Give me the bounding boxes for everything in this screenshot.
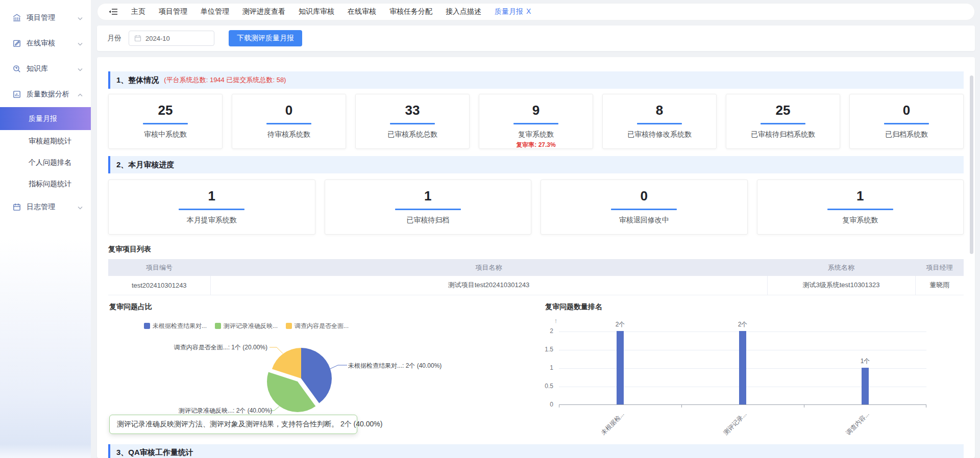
stat-underline <box>761 123 806 124</box>
stat-underline <box>637 123 682 124</box>
chevron-down-icon <box>78 203 83 211</box>
chevron-down-icon <box>78 39 83 47</box>
vertical-scrollbar[interactable] <box>970 75 973 254</box>
legend-item[interactable]: 未根据检查结果对... <box>144 322 207 330</box>
section-title: 1、整体情况 <box>116 75 159 85</box>
legend-label: 未根据检查结果对... <box>153 322 207 330</box>
tab-close-icon[interactable]: X <box>526 7 531 15</box>
submenu-item-indicator-issue-stats[interactable]: 指标问题统计 <box>0 173 91 194</box>
tab-access-point[interactable]: 接入点描述 <box>446 7 481 16</box>
bank-icon <box>12 13 21 22</box>
sidebar-item-project-mgmt[interactable]: 项目管理 <box>0 5 91 31</box>
tab-quality-report-label: 质量月报 <box>495 7 523 15</box>
submenu-item-personal-issue-ranking[interactable]: 个人问题排名 <box>0 151 91 173</box>
stat-card: 33 已审核系统总数 <box>355 94 470 149</box>
tab-online-review[interactable]: 在线审核 <box>348 7 376 16</box>
sidebar-item-log-mgmt[interactable]: 日志管理 <box>0 194 91 220</box>
data-analysis-icon <box>12 90 21 99</box>
legend-swatch <box>286 323 292 329</box>
stat-subnote <box>109 141 222 148</box>
pie-chart-title: 复审问题占比 <box>109 302 152 312</box>
stat-subnote <box>850 141 963 148</box>
chevron-up-icon <box>78 90 83 98</box>
month-picker-value: 2024-10 <box>145 35 170 42</box>
top-tab-bar: 主页 项目管理 单位管理 测评进度查看 知识库审核 在线审核 审核任务分配 接入… <box>97 3 975 20</box>
tab-eval-progress[interactable]: 测评进度查看 <box>242 7 285 16</box>
legend-item[interactable]: 调查内容是否全面... <box>286 322 349 330</box>
submenu-item-review-overdue-stats[interactable]: 审核超期统计 <box>0 130 91 151</box>
legend-label: 调查内容是否全面... <box>295 322 349 330</box>
download-report-button[interactable]: 下载测评质量月报 <box>229 30 302 46</box>
legend-item[interactable]: 测评记录准确反映... <box>215 322 278 330</box>
month-picker-input[interactable]: 2024-10 <box>129 31 214 46</box>
pie-chart[interactable] <box>263 340 339 417</box>
tab-kb-review[interactable]: 知识库审核 <box>299 7 334 16</box>
stat-label: 审核中系统数 <box>109 130 222 139</box>
stats-row-monthly: 1 本月提审系统数 1 已审核待归档 0 审核退回修改中 1 复审系统数 <box>108 180 964 235</box>
cell-project-id: test202410301243 <box>108 276 210 295</box>
submenu-item-quality-monthly-report[interactable]: 质量月报 <box>0 107 91 130</box>
bar[interactable] <box>739 331 746 404</box>
stats-row-overall: 25 审核中系统数 0 待审核系统数 33 已审核系统总数 9 复审系统数 <box>108 94 964 149</box>
stat-subnote: 复审率: 27.3% <box>479 141 593 149</box>
tab-unit-mgmt[interactable]: 单位管理 <box>201 7 229 16</box>
sidebar-item-knowledge-base[interactable]: 知识库 <box>0 56 91 82</box>
tab-quality-report[interactable]: 质量月报X <box>495 7 531 16</box>
legend-swatch <box>144 323 150 329</box>
sidebar: 项目管理 在线审核 知识库 质量数据分析 质量月报 审核超期统计 个人问题排名 … <box>0 0 91 458</box>
tab-home[interactable]: 主页 <box>131 7 145 16</box>
bar[interactable] <box>862 368 869 404</box>
stat-card: 1 已审核待归档 <box>325 180 532 235</box>
bar-value-label: 1个 <box>850 357 880 366</box>
stat-subnote <box>603 141 716 148</box>
col-project-id: 项目编号 <box>108 259 210 276</box>
pie-slice[interactable] <box>272 348 301 378</box>
stat-value: 0 <box>850 103 963 118</box>
stat-label: 本月提审系统数 <box>109 216 315 225</box>
stat-subnote <box>726 141 840 148</box>
menu-fold-icon[interactable] <box>109 8 118 15</box>
table-row[interactable]: test202410301243 测试项目test202410301243 测试… <box>108 276 964 295</box>
stat-value: 0 <box>232 103 346 118</box>
calendar-icon <box>134 35 141 42</box>
axis-tick <box>559 405 559 408</box>
chevron-down-icon <box>78 65 83 73</box>
y-tick-label: 2 <box>531 327 553 335</box>
section-header-overall: 1、整体情况 (平台系统总数: 1944 已提交系统总数: 58) <box>108 71 964 89</box>
stat-label: 已审核系统总数 <box>356 130 469 139</box>
sidebar-item-label: 日志管理 <box>27 202 55 212</box>
bar-group[interactable]: 1个 <box>850 331 880 404</box>
main-area: 主页 项目管理 单位管理 测评进度查看 知识库审核 在线审核 审核任务分配 接入… <box>91 0 980 458</box>
stat-underline <box>884 123 929 124</box>
cell-project-name: 测试项目test202410301243 <box>210 276 767 295</box>
log-icon <box>12 202 21 212</box>
bar[interactable] <box>617 331 624 404</box>
stat-underline <box>143 123 188 124</box>
y-axis-arrow: ↑ <box>552 317 559 324</box>
pie-label-yellow: 调查内容是否全面...: 1个 (20.00%) <box>159 343 267 352</box>
bar-chart-title: 复审问题数量排名 <box>545 302 602 312</box>
axis-tick <box>681 405 682 408</box>
stat-underline <box>390 123 435 124</box>
bar-group[interactable]: 2个 <box>605 331 635 404</box>
bar-value-label: 2个 <box>605 320 635 329</box>
tab-project-mgmt[interactable]: 项目管理 <box>159 7 187 16</box>
section-title: 2、本月审核进度 <box>116 160 174 170</box>
tab-task-assign[interactable]: 审核任务分配 <box>389 7 432 16</box>
stat-underline <box>179 209 244 210</box>
cell-system-name: 测试3级系统test10301323 <box>767 276 915 295</box>
stat-value: 0 <box>541 188 747 204</box>
sidebar-item-label: 在线审核 <box>27 39 55 48</box>
sidebar-item-quality-data-analysis[interactable]: 质量数据分析 <box>0 82 91 107</box>
bar-group[interactable]: 2个 <box>727 331 758 404</box>
y-tick-label: 0.5 <box>531 383 553 390</box>
bar-chart-panel: 复审问题数量排名 ↑ 2 1.5 1 0.5 0 2个 <box>531 298 964 437</box>
stat-card: 25 已审核待归档系统数 <box>726 94 840 149</box>
pie-legend: 未根据检查结果对... 测评记录准确反映... 调查内容是否全面... <box>144 322 349 330</box>
table-header-row: 项目编号 项目名称 系统名称 项目经理 <box>108 259 964 276</box>
sidebar-item-online-review[interactable]: 在线审核 <box>0 31 91 56</box>
legend-swatch <box>215 323 221 329</box>
stat-label: 审核退回修改中 <box>541 216 747 225</box>
review-projects-table: 项目编号 项目名称 系统名称 项目经理 test202410301243 测试项… <box>108 259 964 295</box>
stat-underline <box>611 209 677 210</box>
